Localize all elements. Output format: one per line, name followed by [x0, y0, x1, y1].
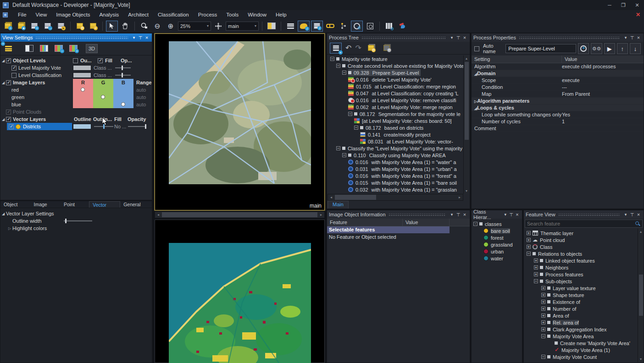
collapsed-triangle-icon[interactable]: ▷	[7, 226, 12, 231]
level2-opacity-slider[interactable]	[115, 72, 131, 78]
process-row[interactable]: −0.110Classify using Majority Vote AREA	[328, 152, 463, 159]
panel-menu-icon[interactable]: ▾	[502, 212, 508, 217]
layers-settings-button[interactable]: ⚙	[74, 21, 86, 32]
class-row-bare-soil[interactable]: bare soil	[473, 227, 522, 234]
process-row[interactable]: [at Level Majority Vote: chess board: 50…	[328, 117, 463, 124]
feature-row[interactable]: −Sub-objects	[527, 278, 644, 285]
property-row[interactable]: Loop while something changes onlyYes	[472, 111, 644, 118]
expand-triangle-icon[interactable]: ◢	[0, 59, 6, 63]
find-objects-button[interactable]	[364, 21, 376, 32]
menu-file[interactable]: File	[13, 11, 31, 18]
property-value[interactable]: ---	[562, 84, 567, 90]
new-project-button[interactable]: +	[2, 21, 14, 32]
process-row[interactable]: 0.031with Majority Vote Area (1) = "urba…	[328, 165, 463, 172]
process-row[interactable]: 0.032with Majority Vote Area (1) = "gras…	[328, 186, 463, 193]
move-down-button[interactable]: ↓	[630, 43, 641, 54]
level-majority-vote-checkbox[interactable]	[11, 66, 17, 71]
expander-icon[interactable]: +	[541, 300, 545, 304]
expander-icon[interactable]: −	[541, 334, 545, 338]
image-object-info-button[interactable]: i	[298, 21, 310, 32]
feature-row[interactable]: +Neighbors	[527, 264, 644, 271]
close-panel-icon[interactable]: ×	[461, 212, 468, 217]
expander-icon[interactable]: +	[534, 258, 538, 263]
pin-icon[interactable]: ⊤	[455, 35, 461, 40]
property-row[interactable]: ◢Loops & cycles	[472, 104, 644, 111]
object-levels-checkbox[interactable]	[6, 58, 11, 63]
group-expander-icon[interactable]: ▷	[474, 99, 477, 104]
feature-row[interactable]: +Thematic layer	[527, 230, 644, 236]
outline-width-slider[interactable]	[64, 218, 92, 224]
selectable-features-row[interactable]: Selectable features	[327, 226, 450, 233]
process-row[interactable]: 0.015with Majority Vote Area (1) = "bare…	[328, 179, 463, 186]
view-settings-button[interactable]	[284, 21, 296, 32]
districts-checkbox[interactable]	[9, 124, 14, 129]
menu-image-objects[interactable]: Image Objects	[51, 11, 94, 18]
expand-triangle-icon[interactable]: ◢	[0, 81, 6, 85]
single-view-button[interactable]	[23, 43, 35, 54]
process-flag-icon[interactable]	[336, 57, 339, 60]
process-row[interactable]: 0.016with Majority Vote Area (1) = "wate…	[328, 159, 463, 165]
feature-row[interactable]: −Relations to objects	[527, 250, 644, 257]
add-view-button[interactable]: +	[67, 43, 79, 54]
split-view-button[interactable]	[266, 21, 278, 32]
process-row[interactable]: 0.141create/modify project	[328, 131, 463, 138]
process-row[interactable]: 0.016with Majority Vote Area (1) = "fore…	[328, 172, 463, 179]
show-classification-button[interactable]	[324, 21, 336, 32]
close-panel-icon[interactable]: ×	[635, 35, 642, 40]
class-row-water[interactable]: water	[473, 255, 522, 262]
point-clouds-row[interactable]: Point Clouds	[0, 108, 152, 116]
expander-icon[interactable]: +	[541, 307, 545, 311]
process-row[interactable]: 0.062at Level Majority Vote: merge regio…	[328, 104, 463, 110]
minimize-button[interactable]: ─	[603, 0, 616, 10]
process-row[interactable]: −08.172Segmentation for the majority vot…	[328, 110, 463, 117]
feature-row[interactable]: +Linked object features	[527, 257, 644, 264]
process-profiler-button[interactable]	[351, 21, 363, 32]
move-up-button[interactable]: ↑	[617, 43, 628, 54]
process-row[interactable]: −Create second level above existing for …	[328, 62, 463, 69]
zoom-area-button[interactable]	[138, 21, 150, 32]
process-row[interactable]: −Majority vote feature	[328, 55, 463, 62]
close-panel-icon[interactable]: ×	[514, 212, 520, 217]
outline-col-checkbox[interactable]	[73, 58, 78, 63]
property-value[interactable]: Yes	[562, 112, 570, 117]
run-workspace-disabled-button[interactable]: ⚙	[381, 43, 393, 54]
classes-root-row[interactable]: - classes	[473, 220, 522, 227]
expander-icon[interactable]: −	[354, 126, 358, 130]
vs-tab-image-layers[interactable]: Image Layers	[31, 201, 61, 208]
expander-icon[interactable]: +	[541, 293, 545, 297]
layers-list-button[interactable]: ≡	[87, 21, 99, 32]
manage-variables-button[interactable]	[383, 21, 395, 32]
pin-icon[interactable]: ⊤	[629, 212, 635, 217]
property-row[interactable]: ◢Domain	[472, 70, 644, 77]
menu-analysis[interactable]: Analysis	[94, 11, 123, 18]
panel-menu-icon[interactable]: ▾	[131, 35, 137, 40]
panel-menu-icon[interactable]: ▾	[449, 212, 455, 217]
highlight-colors-row[interactable]: ▷ Highlight colors	[0, 225, 152, 232]
feature-row[interactable]: +Class	[527, 243, 644, 250]
class-row-urban[interactable]: urban	[473, 248, 522, 255]
feature-row[interactable]: Create new 'Majority Vote Count'	[527, 360, 644, 361]
process-flag-icon[interactable]	[342, 147, 345, 150]
main-tab[interactable]: Main	[328, 201, 349, 209]
auto-name-checkbox[interactable]	[474, 46, 479, 51]
process-row[interactable]: −08.172based on districts	[328, 124, 463, 131]
zoom-in-button[interactable]: ⊕	[165, 21, 177, 32]
expander-icon[interactable]: −	[330, 57, 334, 61]
run-workspace-button[interactable]: ⚙	[365, 43, 377, 54]
expander-icon[interactable]: +	[541, 314, 545, 318]
pin-icon[interactable]: ⊤	[508, 212, 514, 217]
level-majority-vote-row[interactable]: Level Majority Vote Class ...	[0, 64, 152, 72]
feature-row[interactable]: +Shape texture	[527, 292, 644, 298]
process-tree-hscrollbar[interactable]: ◂▸	[328, 194, 463, 201]
vector-layer-settings-group[interactable]: ◢ Vector Layer Settings	[0, 210, 152, 217]
pin-icon[interactable]: ⊤	[455, 212, 461, 217]
image-layers-checkbox[interactable]	[6, 80, 11, 85]
feature-view-button[interactable]: i	[311, 21, 323, 32]
property-row[interactable]: Number of cycles1	[472, 118, 644, 125]
process-name-input[interactable]	[505, 44, 576, 53]
process-flag-icon[interactable]	[348, 154, 351, 157]
zoom-level-combo[interactable]: 25%▾	[178, 22, 211, 31]
expander-icon[interactable]: −	[336, 64, 340, 68]
zoom-out-button[interactable]: ⊖	[151, 21, 163, 32]
level2-outline-swatch[interactable]	[73, 72, 91, 78]
